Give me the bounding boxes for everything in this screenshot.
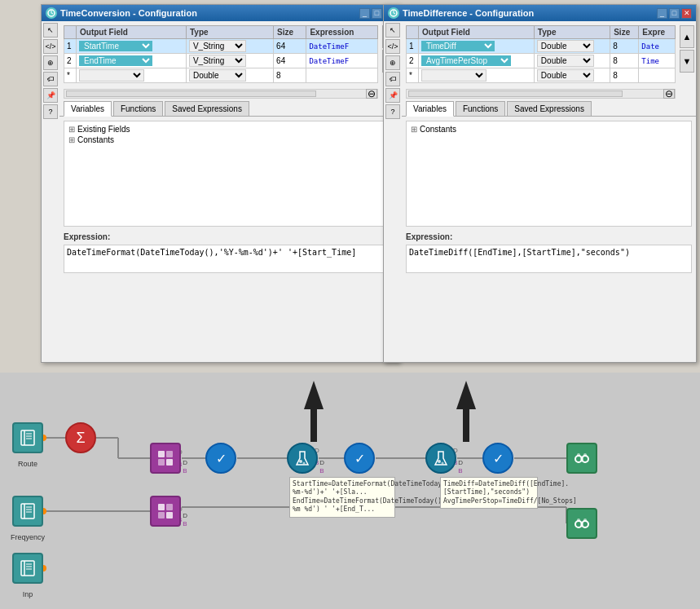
row-field[interactable] (77, 68, 187, 83)
svg-rect-45 (580, 457, 583, 461)
close-button-right[interactable]: ✕ (681, 8, 692, 19)
formula2-node-icon (425, 443, 456, 474)
row-expression: Date (639, 39, 676, 54)
tag-tool-r[interactable]: 🏷 (385, 72, 400, 86)
row-type[interactable]: V_String (186, 54, 273, 68)
expand-icon-r: ⊞ (411, 125, 417, 134)
move-down-button-r[interactable]: ▼ (680, 50, 694, 73)
row-num: * (64, 68, 77, 83)
type-select-r1[interactable]: Double (537, 40, 594, 52)
row-num: * (407, 68, 419, 83)
expression-box[interactable]: DateTimeFormat(DateTimeToday(),'%Y-%m-%d… (64, 245, 394, 273)
svg-rect-36 (166, 451, 173, 457)
minus-button-r[interactable]: ⊖ (663, 89, 675, 99)
row-type[interactable]: Double (534, 39, 610, 54)
type-select-2[interactable]: V_String (189, 55, 246, 67)
field-select-2[interactable]: EndTime (79, 55, 152, 66)
svg-rect-30 (21, 430, 34, 445)
minimize-button[interactable]: _ (359, 8, 370, 19)
row-field[interactable]: AvgTimePerStop (419, 54, 535, 68)
check3-node[interactable]: ✓ (482, 443, 513, 474)
row-type[interactable]: V_String (186, 39, 273, 54)
puzzle2-node[interactable]: D B (150, 496, 181, 527)
row-type[interactable]: Double (534, 68, 610, 83)
expression-label-right: Expression: (402, 231, 696, 243)
type-select-star[interactable]: Double (189, 69, 246, 82)
pointer-tool[interactable]: ↖ (43, 23, 58, 38)
check2-node[interactable]: ✓ (344, 443, 375, 474)
question-tool-r[interactable]: ? (385, 104, 400, 119)
table-row[interactable]: 1 StartTime V_String 6 (64, 39, 378, 54)
binoculars2-node[interactable] (566, 508, 597, 539)
pin-tool-r[interactable]: 📌 (385, 88, 400, 103)
expression-box-right[interactable]: DateTimeDiff([EndTime],[StartTime],"seco… (406, 245, 692, 273)
pointer-tool-r[interactable]: ↖ (385, 23, 400, 38)
constants-item-r[interactable]: ⊞ Constants (409, 124, 689, 135)
inp-node[interactable]: Inp (12, 553, 43, 584)
table-row-r1[interactable]: 1 TimeDiff Double 8 (407, 39, 676, 54)
maximize-button[interactable]: □ (372, 8, 382, 19)
constants-item[interactable]: ⊞ Constants (67, 135, 391, 145)
row-field[interactable] (419, 68, 535, 83)
route-node[interactable]: Route (12, 422, 43, 453)
functions-tab-r[interactable]: Functions (456, 101, 505, 116)
globe-tool-r[interactable]: ⊕ (385, 55, 400, 70)
check2-node-icon: ✓ (344, 443, 375, 474)
type-select-rstar[interactable]: Double (537, 69, 594, 82)
svg-rect-56 (166, 512, 173, 519)
saved-expressions-tab[interactable]: Saved Expressions (165, 101, 249, 116)
binoculars1-node[interactable] (566, 443, 597, 474)
variables-tab[interactable]: Variables (64, 101, 112, 117)
question-tool[interactable]: ? (43, 104, 58, 119)
row-field[interactable]: TimeDiff (419, 39, 535, 54)
db-label-d4: D (183, 512, 187, 519)
puzzle1-node-icon (150, 443, 181, 474)
type-select-r2[interactable]: Double (537, 55, 594, 67)
field-select-rstar[interactable] (421, 69, 486, 82)
minus-button[interactable]: ⊖ (366, 89, 377, 99)
row-type[interactable]: Double (534, 54, 610, 68)
table-row[interactable]: * Double 8 (64, 68, 378, 83)
field-select-r2[interactable]: AvgTimePerStop (421, 55, 511, 66)
existing-fields-item[interactable]: ⊞ Existing Fields (67, 124, 391, 135)
field-select-1[interactable]: StartTime (79, 41, 152, 51)
maximize-button-right[interactable]: □ (669, 8, 680, 19)
row-field[interactable]: EndTime (77, 54, 187, 68)
col-output-field: Output Field (77, 26, 187, 39)
globe-tool[interactable]: ⊕ (43, 55, 58, 70)
saved-expressions-tab-r[interactable]: Saved Expressions (507, 101, 592, 116)
row-type[interactable]: Double (186, 68, 273, 83)
svg-rect-35 (158, 451, 165, 457)
frequency-node[interactable]: Freqyency (12, 496, 43, 527)
table-row[interactable]: 2 EndTime V_String 64 (64, 54, 378, 68)
tooltip-2-text: TimeDiff=DateTimeDiff([EndTime].[StartTi… (443, 480, 577, 505)
puzzle2-node-icon (150, 496, 181, 527)
formula1-node-icon (287, 443, 318, 474)
pin-tool[interactable]: 📌 (43, 88, 58, 103)
variables-tab-r[interactable]: Variables (406, 101, 454, 117)
functions-tab[interactable]: Functions (113, 101, 163, 116)
svg-point-41 (438, 460, 441, 463)
field-select-star[interactable] (79, 69, 144, 82)
code-tool-r[interactable]: </> (385, 39, 400, 54)
code-tool[interactable]: </> (43, 39, 58, 54)
table-row-r3[interactable]: * Double 8 (407, 68, 676, 83)
tag-tool[interactable]: 🏷 (43, 72, 58, 86)
check1-node[interactable]: ✓ (205, 443, 236, 474)
row-field[interactable]: StartTime (77, 39, 187, 54)
db-label-d3: D (458, 459, 463, 466)
puzzle1-node[interactable]: D B (150, 443, 181, 474)
row-num: 1 (407, 39, 419, 54)
type-select-1[interactable]: V_String (189, 40, 246, 52)
binoculars2-node-icon (566, 508, 597, 539)
formula1-node[interactable]: D B (287, 443, 318, 474)
formula2-node[interactable]: D B (425, 443, 456, 474)
field-select-r1[interactable]: TimeDiff (421, 41, 495, 51)
svg-point-47 (583, 453, 587, 457)
frequency-node-icon (12, 496, 43, 527)
move-up-button-r[interactable]: ▲ (680, 25, 694, 48)
minimize-button-right[interactable]: _ (657, 8, 667, 19)
arrow-shaft-left (310, 409, 317, 442)
sigma-node[interactable]: Σ (65, 422, 96, 453)
table-row-r2[interactable]: 2 AvgTimePerStop Double (407, 54, 676, 68)
